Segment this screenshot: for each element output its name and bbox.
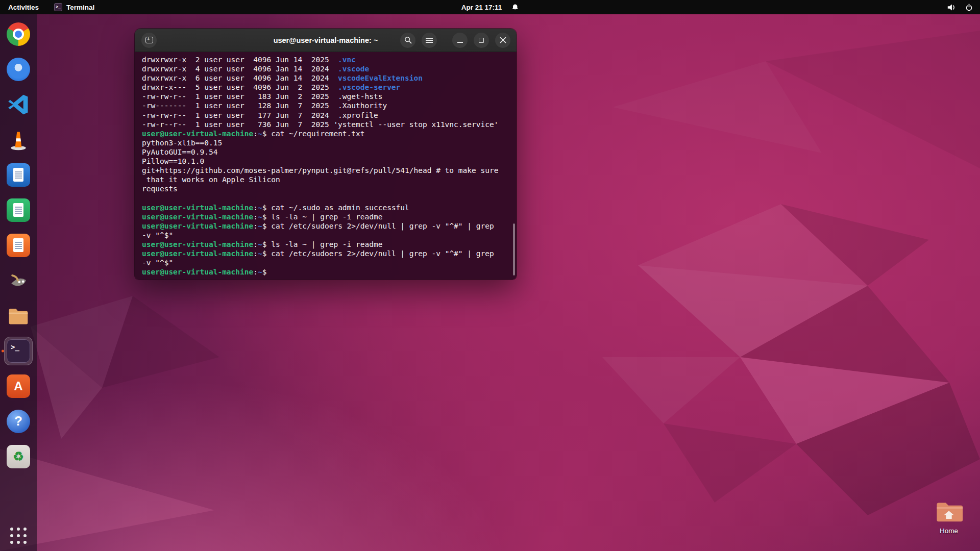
terminal-line: drwxrwxr-x 4 user user 4096 Jan 14 2024 … bbox=[142, 64, 510, 73]
clock[interactable]: Apr 21 17:11 bbox=[461, 4, 502, 11]
volume-icon[interactable] bbox=[947, 4, 956, 11]
terminal-output: drwxrwxr-x 2 user user 4096 Jun 14 2025 … bbox=[142, 55, 510, 277]
minimize-button[interactable] bbox=[452, 33, 468, 48]
terminal-window: user@user-virtual-machine: ~ bbox=[135, 29, 517, 280]
dock-item-vlc[interactable] bbox=[2, 125, 35, 154]
terminal-line: user@user-virtual-machine:~$ cat ~/requi… bbox=[142, 129, 510, 138]
dock-item-calc[interactable] bbox=[2, 195, 35, 224]
help-icon: ? bbox=[7, 410, 30, 433]
terminal-line: drwxrwxr-x 2 user user 4096 Jun 14 2025 … bbox=[142, 55, 510, 64]
terminal-line: requests bbox=[142, 184, 510, 193]
libreoffice-impress-icon bbox=[7, 234, 30, 257]
terminal-line: -v "^$" bbox=[142, 258, 510, 267]
terminal-line: drwxr-x--- 5 user user 4096 Jun 2 2025 .… bbox=[142, 83, 510, 92]
dock-item-help[interactable]: ? bbox=[2, 407, 35, 436]
dock-item-files[interactable] bbox=[2, 301, 35, 330]
terminal-line: -rw-r--r-- 1 user user 736 Jun 7 2025 'y… bbox=[142, 120, 510, 129]
hamburger-icon bbox=[426, 38, 433, 43]
terminal-line: user@user-virtual-machine:~$ cat /etc/su… bbox=[142, 221, 510, 231]
libreoffice-calc-icon bbox=[7, 198, 30, 222]
terminal-line: git+https://github.com/moses-palmer/pynp… bbox=[142, 166, 510, 175]
terminal-line: that it works on Apple Silicon bbox=[142, 175, 510, 184]
dock-item-ubuntu-software[interactable]: A bbox=[2, 371, 35, 400]
dock-item-software-updater[interactable]: ♻ bbox=[2, 442, 35, 471]
terminal-line: -rw-rw-r-- 1 user user 183 Jun 2 2025 .w… bbox=[142, 92, 510, 101]
chromium-icon bbox=[7, 58, 30, 81]
close-button[interactable] bbox=[495, 33, 510, 48]
terminal-body[interactable]: drwxrwxr-x 2 user user 4096 Jun 14 2025 … bbox=[135, 52, 517, 280]
dock-item-gimp[interactable] bbox=[2, 266, 35, 295]
terminal-line: drwxrwxr-x 6 user user 4096 Jan 14 2024 … bbox=[142, 73, 510, 83]
software-updater-icon: ♻ bbox=[7, 445, 30, 468]
maximize-button[interactable] bbox=[474, 33, 489, 48]
search-button[interactable] bbox=[400, 33, 415, 48]
terminal-line: -rw-rw-r-- 1 user user 177 Jun 7 2024 .x… bbox=[142, 111, 510, 120]
dock-item-writer[interactable] bbox=[2, 160, 35, 189]
dock: >_ A ? ♻ bbox=[0, 14, 37, 551]
focused-app-name: Terminal bbox=[66, 4, 94, 11]
dock-item-vscode[interactable] bbox=[2, 90, 35, 119]
vlc-icon bbox=[7, 129, 30, 151]
chrome-icon bbox=[7, 22, 30, 46]
home-folder-label: Home bbox=[929, 527, 969, 535]
dock-item-chrome[interactable] bbox=[2, 19, 35, 48]
power-icon[interactable] bbox=[965, 4, 973, 11]
top-bar: Activities >_ Terminal Apr 21 17:11 bbox=[0, 0, 980, 14]
terminal-scrollbar[interactable] bbox=[513, 223, 515, 276]
menu-button[interactable] bbox=[422, 33, 437, 48]
notification-bell-icon[interactable] bbox=[511, 4, 519, 11]
terminal-icon: >_ bbox=[7, 339, 30, 363]
gimp-icon bbox=[7, 269, 30, 292]
libreoffice-writer-icon bbox=[7, 163, 30, 187]
terminal-line bbox=[142, 193, 510, 203]
terminal-line: user@user-virtual-machine:~$ ls -la ~ | … bbox=[142, 212, 510, 221]
activities-button[interactable]: Activities bbox=[8, 4, 39, 11]
new-tab-icon bbox=[145, 37, 153, 43]
dock-item-impress[interactable] bbox=[2, 231, 35, 260]
files-folder-icon bbox=[7, 306, 30, 326]
search-icon bbox=[404, 36, 412, 44]
terminal-line: -rw------- 1 user user 128 Jun 7 2025 .X… bbox=[142, 101, 510, 110]
terminal-line: user@user-virtual-machine:~$ cat ~/.sudo… bbox=[142, 203, 510, 212]
dock-item-chromium[interactable] bbox=[2, 55, 35, 84]
terminal-header-bar[interactable]: user@user-virtual-machine: ~ bbox=[135, 29, 517, 52]
terminal-app-icon: >_ bbox=[54, 3, 62, 11]
terminal-line: user@user-virtual-machine:~$ ls -la ~ | … bbox=[142, 240, 510, 249]
folder-icon bbox=[935, 500, 963, 523]
show-applications-button[interactable] bbox=[10, 528, 27, 544]
terminal-line: Pillow==10.1.0 bbox=[142, 157, 510, 166]
minimize-icon bbox=[457, 42, 463, 43]
ubuntu-software-icon: A bbox=[7, 374, 30, 398]
maximize-icon bbox=[479, 38, 484, 43]
home-folder-icon[interactable]: Home bbox=[929, 500, 969, 535]
terminal-line: -v "^$" bbox=[142, 231, 510, 240]
dock-item-terminal[interactable]: >_ bbox=[2, 336, 35, 365]
terminal-line: user@user-virtual-machine:~$ bbox=[142, 267, 510, 277]
close-icon bbox=[500, 37, 506, 43]
new-tab-button[interactable] bbox=[141, 33, 157, 48]
focused-app-menu[interactable]: >_ Terminal bbox=[54, 3, 94, 11]
terminal-line: PyAutoGUI==0.9.54 bbox=[142, 147, 510, 157]
terminal-line: user@user-virtual-machine:~$ cat /etc/su… bbox=[142, 249, 510, 258]
terminal-line: python3-xlib==0.15 bbox=[142, 138, 510, 147]
vscode-icon bbox=[7, 93, 30, 116]
